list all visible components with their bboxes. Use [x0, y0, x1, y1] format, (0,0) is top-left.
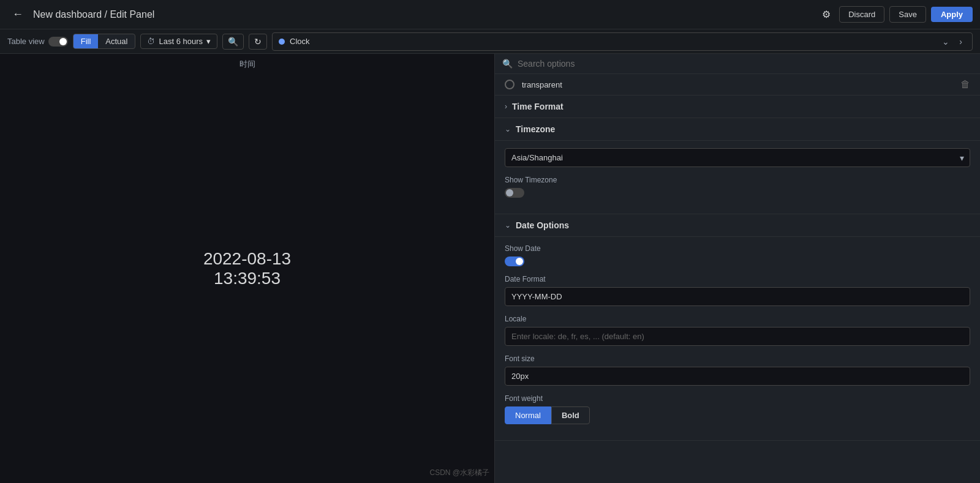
timezone-select[interactable]: Asia/Shanghai: [505, 148, 970, 167]
show-date-label: Show Date: [505, 244, 970, 253]
locale-input[interactable]: [505, 327, 970, 346]
time-format-chevron-right-icon: ›: [505, 102, 507, 111]
timezone-chevron-down-icon: ⌄: [505, 125, 511, 133]
date-format-label: Date Format: [505, 275, 970, 283]
search-input[interactable]: [518, 59, 973, 69]
show-timezone-toggle[interactable]: [505, 188, 524, 198]
date-options-chevron-down-icon: ⌄: [505, 221, 511, 230]
color-row: transparent 🗑: [495, 74, 980, 95]
locale-group: Locale: [505, 315, 970, 346]
main-content: 时间 2022-08-13 13:39:53 CSDN @水彩橘子 🔍 tran…: [0, 54, 980, 483]
font-weight-buttons: Normal Bold: [505, 406, 970, 424]
font-size-group: Font size: [505, 354, 970, 386]
font-weight-bold-button[interactable]: Bold: [551, 406, 590, 424]
color-label: transparent: [522, 80, 953, 89]
search-options-bar: 🔍: [495, 54, 980, 74]
preview-date: 2022-08-13: [203, 249, 291, 269]
preview-datetime: 2022-08-13 13:39:53: [203, 249, 291, 288]
timezone-field-group: Asia/Shanghai ▾: [505, 148, 970, 167]
show-timezone-toggle-row: [505, 188, 970, 198]
sub-bar: Table view Fill Actual ⏱ Last 6 hours ▾ …: [0, 29, 980, 54]
table-view-label: Table view: [7, 37, 45, 46]
date-options-section-header[interactable]: ⌄ Date Options: [495, 214, 980, 237]
font-weight-label: Font weight: [505, 394, 970, 403]
timezone-section-body: Asia/Shanghai ▾ Show Timezone: [495, 141, 980, 214]
fill-button[interactable]: Fill: [74, 34, 99, 48]
discard-button[interactable]: Discard: [839, 6, 884, 23]
options-panel: 🔍 transparent 🗑 › Time Format ⌄ Timezone…: [495, 54, 980, 483]
clock-icon: ⏱: [147, 37, 155, 46]
preview-panel: 时间 2022-08-13 13:39:53 CSDN @水彩橘子: [0, 54, 495, 483]
time-range-picker[interactable]: ⏱ Last 6 hours ▾: [140, 34, 217, 49]
panel-title-bar[interactable]: Clock ⌄ ›: [272, 32, 973, 51]
locale-label: Locale: [505, 315, 970, 323]
table-view-toggle: Table view: [7, 37, 68, 47]
preview-time: 13:39:53: [203, 269, 291, 288]
preview-header: 时间: [0, 59, 494, 70]
top-bar: ← New dashboard / Edit Panel ⚙ Discard S…: [0, 0, 980, 29]
show-timezone-label: Show Timezone: [505, 176, 970, 184]
settings-button[interactable]: ⚙: [818, 5, 834, 24]
time-range-label: Last 6 hours: [159, 37, 203, 46]
font-weight-group: Font weight Normal Bold: [505, 394, 970, 424]
time-format-title: Time Format: [512, 102, 564, 111]
zoom-button[interactable]: 🔍: [222, 34, 244, 50]
delete-color-button[interactable]: 🗑: [960, 79, 970, 90]
show-date-group: Show Date: [505, 244, 970, 266]
date-options-title: Date Options: [516, 220, 569, 230]
show-timezone-group: Show Timezone: [505, 176, 970, 198]
show-date-toggle[interactable]: [505, 256, 524, 266]
show-date-toggle-row: [505, 256, 970, 266]
date-format-input[interactable]: [505, 287, 970, 306]
timezone-section-header[interactable]: ⌄ Timezone: [495, 118, 980, 141]
panel-title-actions: ⌄ ›: [938, 36, 966, 48]
page-title: New dashboard / Edit Panel: [33, 9, 813, 20]
refresh-button[interactable]: ↻: [249, 34, 267, 50]
top-actions: ⚙ Discard Save Apply: [818, 5, 973, 24]
timezone-select-wrapper: Asia/Shanghai ▾: [505, 148, 970, 167]
panel-dot: [279, 39, 285, 45]
fill-actual-group: Fill Actual: [73, 34, 136, 49]
font-size-input[interactable]: [505, 367, 970, 386]
font-size-label: Font size: [505, 354, 970, 363]
date-options-section-body: Show Date Date Format Locale Font size: [495, 237, 980, 441]
time-format-section-header[interactable]: › Time Format: [495, 95, 980, 118]
chevron-down-icon: ▾: [206, 37, 211, 46]
color-radio[interactable]: [505, 80, 514, 89]
panel-chevron-down[interactable]: ⌄: [938, 36, 953, 48]
date-format-group: Date Format: [505, 275, 970, 306]
panel-chevron-right[interactable]: ›: [956, 36, 966, 48]
apply-button[interactable]: Apply: [931, 7, 973, 22]
search-icon: 🔍: [502, 59, 513, 69]
font-weight-normal-button[interactable]: Normal: [505, 406, 551, 424]
timezone-title: Timezone: [516, 124, 555, 134]
panel-title-label: Clock: [290, 37, 310, 46]
actual-button[interactable]: Actual: [98, 34, 135, 48]
table-view-switch[interactable]: [48, 37, 68, 47]
save-button[interactable]: Save: [889, 6, 926, 23]
watermark: CSDN @水彩橘子: [429, 468, 489, 478]
back-button[interactable]: ←: [7, 6, 28, 23]
